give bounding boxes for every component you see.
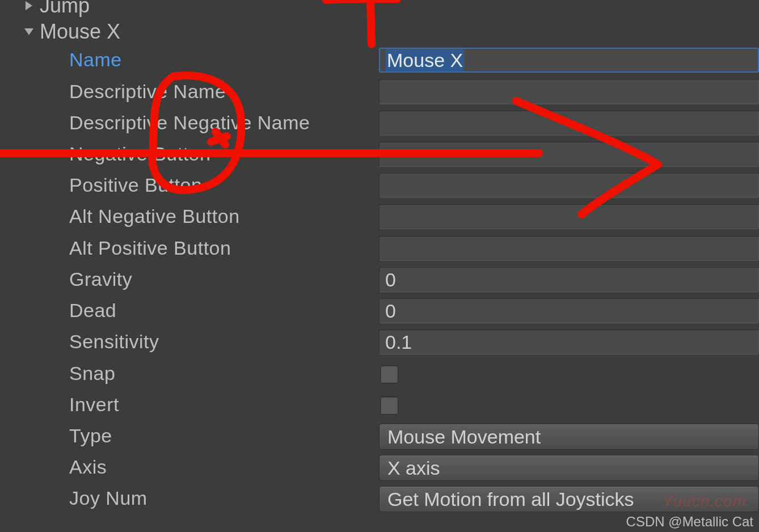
tree-item-label: Jump (37, 0, 90, 18)
negative-button-field[interactable] (379, 142, 759, 167)
tree-item-mousex[interactable]: Mouse X (0, 16, 377, 47)
snap-checkbox[interactable] (380, 365, 398, 383)
gravity-field[interactable]: 0 (379, 267, 759, 292)
label-positive-button: Positive Button (69, 174, 202, 196)
label-descriptive-name: Descriptive Name (69, 81, 226, 103)
positive-button-field[interactable] (379, 173, 759, 198)
watermark-site: Yuucn.com (663, 492, 747, 510)
sensitivity-field[interactable]: 0.1 (379, 330, 759, 354)
label-type: Type (69, 425, 112, 447)
svg-marker-0 (26, 1, 32, 10)
name-field[interactable]: Mouse X (379, 48, 759, 73)
name-field-value: Mouse X (386, 49, 464, 71)
invert-checkbox[interactable] (380, 396, 398, 415)
svg-marker-1 (24, 28, 33, 35)
label-joy-num: Joy Num (69, 487, 147, 509)
descriptive-name-field[interactable] (379, 79, 759, 104)
label-alt-negative-button: Alt Negative Button (69, 205, 240, 227)
label-dead: Dead (69, 299, 116, 322)
label-axis: Axis (69, 456, 107, 478)
tree-item-label: Mouse X (37, 20, 120, 44)
descriptive-negative-name-field[interactable] (379, 111, 759, 136)
label-negative-button: Negative Button (69, 143, 210, 165)
chevron-down-icon (20, 26, 37, 37)
type-dropdown[interactable]: Mouse Movement (379, 424, 759, 450)
label-descriptive-negative-name: Descriptive Negative Name (69, 112, 310, 134)
alt-positive-button-field[interactable] (379, 236, 759, 261)
label-gravity: Gravity (69, 268, 132, 290)
axis-dropdown[interactable]: X axis (379, 455, 759, 481)
dead-field[interactable]: 0 (379, 298, 759, 323)
alt-negative-button-field[interactable] (379, 204, 759, 229)
chevron-right-icon (20, 0, 37, 11)
label-alt-positive-button: Alt Positive Button (69, 237, 231, 259)
label-invert: Invert (69, 394, 119, 416)
label-sensitivity: Sensitivity (69, 331, 159, 353)
watermark-author: CSDN @Metallic Cat (626, 514, 753, 530)
label-name: Name (69, 49, 122, 71)
label-snap: Snap (69, 362, 115, 385)
